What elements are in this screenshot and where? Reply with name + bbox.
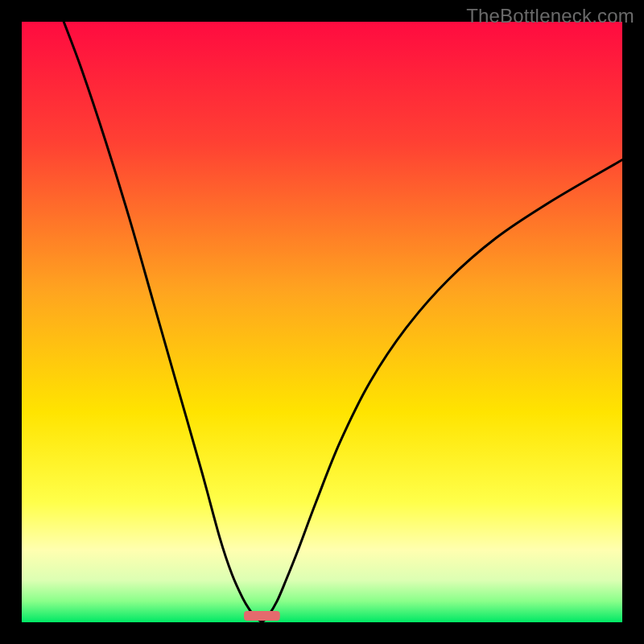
bottleneck-curve-chart (22, 22, 622, 622)
minimum-marker (244, 611, 280, 621)
chart-frame: TheBottleneck.com (0, 0, 644, 644)
watermark-text: TheBottleneck.com (466, 5, 634, 27)
gradient-background (22, 22, 622, 622)
chart-plot-area (22, 22, 622, 622)
